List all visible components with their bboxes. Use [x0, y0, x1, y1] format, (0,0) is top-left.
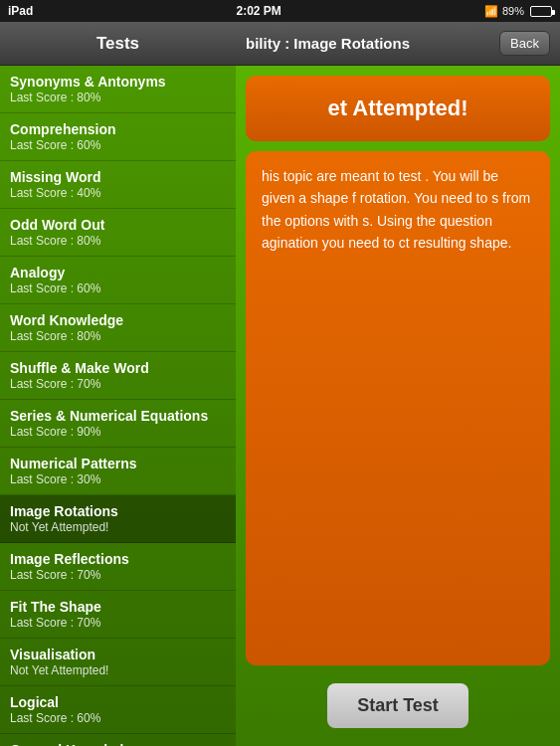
list-item-sub: Last Score : 60% — [10, 711, 226, 725]
list-item-sub: Last Score : 80% — [10, 329, 226, 343]
list-item-sub: Last Score : 70% — [10, 616, 226, 630]
nav-bar: Tests bility : Image Rotations Back — [0, 22, 560, 66]
list-item-title: Image Reflections — [10, 551, 226, 567]
back-button[interactable]: Back — [499, 31, 550, 56]
banner-text: et Attempted! — [328, 95, 468, 121]
list-item-title: Visualisation — [10, 647, 226, 662]
list-item-sub: Last Score : 80% — [10, 91, 226, 104]
list-item-title: Word Knowledge — [10, 312, 226, 328]
device-label: iPad — [8, 4, 33, 18]
nav-right-title: bility : Image Rotations — [246, 35, 410, 52]
list-item-sub: Last Score : 60% — [10, 281, 226, 295]
list-item[interactable]: Word KnowledgeLast Score : 80% — [0, 304, 236, 352]
list-item-title: Logical — [10, 694, 226, 710]
list-item-sub: Last Score : 70% — [10, 568, 226, 582]
list-item-sub: Last Score : 70% — [10, 377, 226, 391]
sidebar[interactable]: Synonyms & AntonymsLast Score : 80%Compr… — [0, 66, 236, 746]
list-item-sub: Last Score : 90% — [10, 425, 226, 439]
list-item-title: Comprehension — [10, 121, 226, 137]
list-item-title: Missing Word — [10, 169, 226, 185]
time-label: 2:02 PM — [236, 4, 280, 18]
list-item-title: General Knowledge — [10, 742, 226, 746]
description-box: his topic are meant to test . You will b… — [246, 151, 550, 665]
nav-right: bility : Image Rotations Back — [236, 31, 560, 56]
nav-left-title: Tests — [96, 34, 139, 54]
list-item[interactable]: LogicalLast Score : 60% — [0, 686, 236, 734]
main-container: Synonyms & AntonymsLast Score : 80%Compr… — [0, 66, 560, 746]
list-item-title: Fit The Shape — [10, 599, 226, 615]
list-item-title: Series & Numerical Equations — [10, 408, 226, 424]
battery-icon — [530, 6, 552, 17]
list-item-sub: Last Score : 80% — [10, 234, 226, 248]
list-item[interactable]: Missing WordLast Score : 40% — [0, 161, 236, 209]
content-area: et Attempted! his topic are meant to tes… — [236, 66, 560, 746]
list-item-title: Synonyms & Antonyms — [10, 74, 226, 90]
list-item[interactable]: AnalogyLast Score : 60% — [0, 257, 236, 304]
list-item-sub: Last Score : 40% — [10, 186, 226, 200]
list-item[interactable]: General KnowledgeNot Yet Attempted! — [0, 734, 236, 746]
list-item-title: Analogy — [10, 265, 226, 280]
description-text: his topic are meant to test . You will b… — [262, 168, 530, 251]
list-item[interactable]: Image RotationsNot Yet Attempted! — [0, 495, 236, 543]
bottom-section: Start Test — [246, 675, 550, 736]
list-item[interactable]: ComprehensionLast Score : 60% — [0, 113, 236, 161]
battery-label: 89% — [502, 5, 524, 17]
list-item-title: Image Rotations — [10, 503, 226, 519]
list-item[interactable]: Synonyms & AntonymsLast Score : 80% — [0, 66, 236, 113]
wifi-icon: 📶 — [484, 5, 498, 18]
list-item[interactable]: Series & Numerical EquationsLast Score :… — [0, 400, 236, 448]
list-item-title: Odd Word Out — [10, 217, 226, 233]
list-item[interactable]: Odd Word OutLast Score : 80% — [0, 209, 236, 257]
list-item-sub: Last Score : 60% — [10, 138, 226, 152]
list-item[interactable]: Shuffle & Make WordLast Score : 70% — [0, 352, 236, 400]
list-item-sub: Not Yet Attempted! — [10, 663, 226, 677]
list-item-title: Shuffle & Make Word — [10, 360, 226, 376]
start-test-button[interactable]: Start Test — [327, 683, 468, 728]
status-bar: iPad 2:02 PM 📶 89% — [0, 0, 560, 22]
list-item[interactable]: Image ReflectionsLast Score : 70% — [0, 543, 236, 591]
nav-left: Tests — [0, 34, 236, 54]
list-item-sub: Last Score : 30% — [10, 472, 226, 486]
list-item[interactable]: Fit The ShapeLast Score : 70% — [0, 591, 236, 639]
not-attempted-banner: et Attempted! — [246, 76, 550, 141]
list-item[interactable]: VisualisationNot Yet Attempted! — [0, 639, 236, 686]
list-item-title: Numerical Patterns — [10, 456, 226, 471]
list-item-sub: Not Yet Attempted! — [10, 520, 226, 534]
list-item[interactable]: Numerical PatternsLast Score : 30% — [0, 448, 236, 495]
status-right: 📶 89% — [484, 5, 552, 18]
